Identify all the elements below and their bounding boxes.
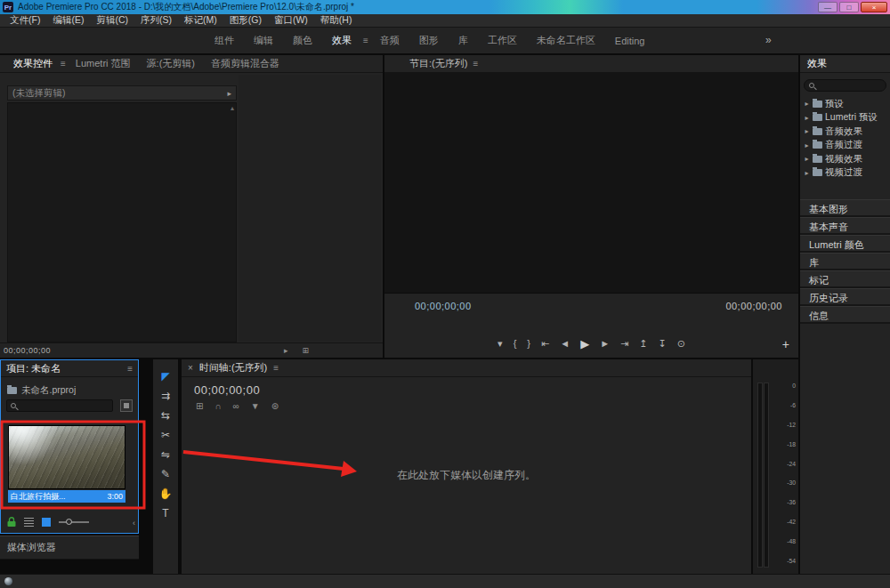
- lift-button[interactable]: ↥: [639, 338, 647, 350]
- pen-tool[interactable]: ✎: [157, 466, 174, 481]
- workspace-tab-unnamed-workspace[interactable]: 未命名工作区: [527, 32, 605, 49]
- create-search-bin-icon[interactable]: [120, 399, 133, 412]
- tab-project[interactable]: 项目: 未命名: [6, 362, 61, 375]
- maximize-button[interactable]: □: [839, 2, 859, 12]
- workspace-overflow-button[interactable]: »: [765, 34, 772, 46]
- slip-tool[interactable]: ⇋: [157, 447, 174, 462]
- tab-effects[interactable]: 效果: [800, 55, 890, 73]
- tab-libraries[interactable]: 库: [800, 253, 890, 270]
- menu-file[interactable]: 文件(F): [4, 14, 46, 27]
- step-back-button[interactable]: ◄: [560, 338, 570, 349]
- track-select-forward-tool[interactable]: ⇉: [157, 388, 174, 403]
- snap-icon[interactable]: ∩: [214, 401, 221, 411]
- workspace-tab-assembly[interactable]: 组件: [205, 32, 244, 49]
- tab-lumetri-scopes[interactable]: Lumetri 范围: [68, 55, 139, 72]
- panel-menu-icon[interactable]: ≡: [127, 364, 133, 374]
- icon-view-icon[interactable]: [42, 518, 51, 527]
- tab-history[interactable]: 历史记录: [800, 288, 890, 306]
- tab-timeline[interactable]: 时间轴:(无序列): [199, 361, 267, 375]
- panel-menu-icon[interactable]: ≡: [61, 59, 66, 68]
- disclosure-icon[interactable]: ▸: [804, 100, 810, 108]
- clip-item[interactable]: 白北旅行拍摄... 3:00: [8, 425, 125, 503]
- workspace-tab-workspaces[interactable]: 工作区: [478, 32, 527, 49]
- tab-info[interactable]: 信息: [800, 306, 890, 324]
- extract-button[interactable]: ↧: [658, 338, 666, 350]
- workspace-tab-graphics[interactable]: 图形: [409, 32, 449, 49]
- tab-essential-sound[interactable]: 基本声音: [800, 217, 890, 235]
- hand-tool[interactable]: ✋: [157, 486, 174, 501]
- mark-out-button[interactable]: }: [527, 338, 530, 349]
- ripple-edit-tool[interactable]: ⇆: [157, 407, 174, 423]
- linked-selection-icon[interactable]: ∞: [233, 401, 239, 411]
- play-audio-only-icon[interactable]: ▸: [284, 346, 288, 355]
- mark-in-button[interactable]: {: [514, 338, 517, 349]
- workspace-tab-color[interactable]: 颜色: [283, 32, 322, 49]
- tab-lumetri-color[interactable]: Lumetri 颜色: [800, 235, 890, 253]
- tab-media-browser[interactable]: 媒体浏览器: [0, 536, 139, 560]
- clip-selector[interactable]: (未选择剪辑) ▸: [7, 85, 237, 101]
- tab-audio-clip-mixer[interactable]: 音频剪辑混合器: [203, 55, 287, 72]
- timeline-timecode[interactable]: 00;00;00;00: [194, 383, 260, 397]
- toggle-effects-icon[interactable]: ⊞: [303, 346, 310, 355]
- menu-clip[interactable]: 剪辑(C): [90, 14, 134, 27]
- tab-effect-controls[interactable]: 效果控件: [5, 55, 61, 72]
- disclosure-icon[interactable]: ▸: [804, 127, 810, 135]
- project-search-input[interactable]: [19, 401, 112, 411]
- scroll-up-icon[interactable]: ▴: [231, 104, 234, 112]
- workspace-bar: 组件 编辑 颜色 效果 ≡ 音频 图形 库 工作区 未命名工作区 Editing…: [0, 28, 890, 53]
- workspace-menu-icon[interactable]: ≡: [363, 36, 368, 45]
- type-tool[interactable]: T: [157, 505, 174, 520]
- step-forward-button[interactable]: ►: [600, 338, 610, 349]
- program-monitor-title[interactable]: 节目:(无序列): [409, 57, 467, 70]
- tree-item-video-effects[interactable]: ▸ 视频效果: [802, 152, 890, 166]
- menu-edit[interactable]: 编辑(E): [46, 14, 90, 27]
- scroll-left-icon[interactable]: ‹: [133, 519, 135, 528]
- menu-window[interactable]: 窗口(W): [268, 14, 314, 27]
- zoom-slider-knob[interactable]: [66, 519, 72, 525]
- disclosure-icon[interactable]: ▸: [804, 169, 810, 177]
- clip-thumbnail[interactable]: [8, 425, 125, 489]
- panel-menu-icon[interactable]: ≡: [473, 59, 478, 68]
- go-to-out-button[interactable]: ⇥: [620, 338, 628, 350]
- panel-menu-icon[interactable]: ≡: [273, 363, 279, 373]
- project-writable-lock-icon[interactable]: [7, 517, 16, 528]
- menu-sequence[interactable]: 序列(S): [134, 14, 178, 27]
- workspace-tab-editing-en[interactable]: Editing: [605, 34, 655, 48]
- list-view-icon[interactable]: [24, 518, 34, 527]
- disclosure-icon[interactable]: ▸: [804, 155, 810, 163]
- workspace-tab-editing[interactable]: 编辑: [244, 32, 283, 49]
- add-marker-button[interactable]: ▾: [498, 338, 503, 350]
- window-title: Adobe Premiere Pro CC 2018 - D:\我的文档\Ado…: [18, 1, 813, 13]
- tree-item-lumetri-presets[interactable]: ▸ Lumetri 预设: [802, 111, 890, 125]
- close-button[interactable]: ×: [861, 2, 887, 12]
- tree-item-video-transitions[interactable]: ▸ 视频过渡: [802, 166, 890, 181]
- tree-item-audio-effects[interactable]: ▸ 音频效果: [802, 125, 890, 139]
- selection-tool[interactable]: ◤: [157, 368, 174, 383]
- timeline-settings-icon[interactable]: ⊛: [271, 401, 279, 411]
- go-to-in-button[interactable]: ⇤: [541, 338, 549, 350]
- tab-markers[interactable]: 标记: [800, 270, 890, 288]
- tree-item-audio-transitions[interactable]: ▸ 音频过渡: [802, 139, 890, 153]
- thumbnail-zoom-slider[interactable]: [59, 521, 89, 523]
- menu-help[interactable]: 帮助(H): [314, 14, 359, 27]
- razor-tool[interactable]: ✂: [157, 427, 174, 442]
- tab-source-monitor[interactable]: 源:(无剪辑): [139, 55, 203, 72]
- export-frame-button[interactable]: ⊙: [677, 338, 685, 350]
- workspace-tab-effects[interactable]: 效果: [322, 32, 361, 49]
- menu-markers[interactable]: 标记(M): [178, 14, 223, 27]
- workspace-tab-audio[interactable]: 音频: [370, 32, 409, 49]
- workspace-tab-libraries[interactable]: 库: [449, 32, 478, 49]
- tree-item-presets[interactable]: ▸ 预设: [802, 97, 890, 111]
- play-button[interactable]: ▶: [580, 337, 589, 350]
- disclosure-icon[interactable]: ▸: [804, 141, 810, 149]
- minimize-button[interactable]: —: [818, 2, 837, 12]
- add-button[interactable]: +: [782, 337, 789, 351]
- effects-search-input[interactable]: [817, 81, 886, 91]
- disclosure-icon[interactable]: ▸: [804, 114, 810, 122]
- close-panel-icon[interactable]: ×: [188, 363, 193, 373]
- nest-toggle-icon[interactable]: ⊞: [196, 401, 203, 411]
- tab-essential-graphics[interactable]: 基本图形: [800, 199, 890, 217]
- clip-name-bar[interactable]: 白北旅行拍摄... 3:00: [8, 490, 125, 503]
- add-marker-icon[interactable]: ▼: [251, 401, 260, 411]
- menu-graphics[interactable]: 图形(G): [223, 14, 268, 27]
